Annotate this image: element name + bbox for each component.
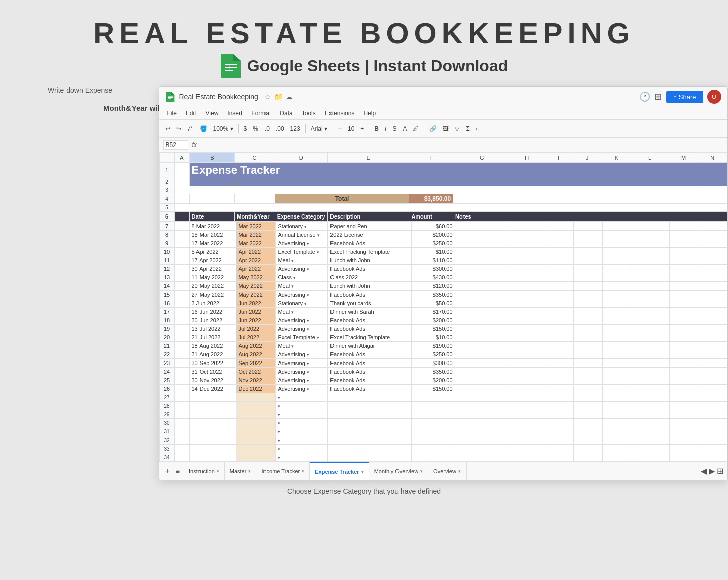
formula-input[interactable]	[201, 141, 723, 149]
date-cell[interactable]: 16 Jun 2022	[189, 308, 236, 316]
amount-cell[interactable]: $120.00	[412, 282, 455, 291]
monthyear-cell[interactable]: May 2022	[236, 273, 276, 282]
menu-format[interactable]: Format	[247, 109, 275, 118]
date-cell[interactable]: 30 Sep 2022	[189, 359, 236, 368]
category-cell[interactable]: Meal ▾	[276, 308, 328, 316]
col-G[interactable]: G	[453, 153, 510, 163]
category-cell[interactable]: Advertising ▾	[276, 239, 328, 248]
menu-help[interactable]: Help	[359, 109, 380, 118]
date-cell[interactable]: 30 Apr 2022	[189, 265, 236, 273]
date-cell[interactable]: 30 Nov 2022	[189, 376, 236, 385]
share-button[interactable]: ↑ Share	[666, 91, 703, 103]
cell-reference[interactable]: B52	[163, 140, 188, 150]
date-cell[interactable]: 5 Apr 2022	[189, 248, 236, 256]
date-cell[interactable]: 21 Jul 2022	[189, 333, 236, 342]
tab-scroll-left[interactable]: ◀	[701, 466, 707, 476]
dollar-btn[interactable]: $	[242, 124, 249, 133]
tab-scroll-right[interactable]: ▶	[709, 466, 715, 476]
folder-icon[interactable]: 📁	[274, 93, 283, 101]
cloud-icon[interactable]: ☁	[286, 93, 293, 101]
monthyear-cell[interactable]: Jun 2022	[236, 308, 276, 316]
date-cell[interactable]: 17 Mar 2022	[189, 239, 236, 248]
format123-btn[interactable]: 123	[288, 124, 302, 133]
col-E[interactable]: E	[327, 153, 409, 163]
category-cell[interactable]: Advertising ▾	[276, 316, 328, 325]
menu-edit[interactable]: Edit	[182, 109, 201, 118]
date-cell[interactable]: 13 Jul 2022	[189, 325, 236, 333]
description-cell[interactable]: Dinner with Sarah	[328, 308, 412, 316]
notes-cell[interactable]	[455, 273, 511, 282]
description-cell[interactable]: Facebook Ads	[328, 291, 412, 299]
category-cell[interactable]: Advertising ▾	[276, 265, 328, 273]
chevron-right-btn[interactable]: ›	[474, 124, 480, 133]
date-cell[interactable]: 15 Mar 2022	[189, 231, 236, 239]
history-icon[interactable]: 🕐	[639, 91, 650, 102]
add-sheet-btn[interactable]: +	[163, 467, 172, 476]
monthyear-cell[interactable]: Jun 2022	[236, 299, 276, 308]
notes-cell[interactable]	[455, 291, 511, 299]
date-cell[interactable]: 14 Dec 2022	[189, 385, 236, 393]
notes-cell[interactable]	[455, 385, 511, 393]
description-cell[interactable]: Paper and Pen	[328, 222, 412, 231]
category-cell[interactable]: Advertising ▾	[276, 359, 328, 368]
description-cell[interactable]: Lunch with John	[328, 256, 412, 265]
amount-cell[interactable]: $200.00	[412, 376, 455, 385]
monthyear-cell[interactable]: Oct 2022	[236, 368, 276, 376]
notes-cell[interactable]	[455, 231, 511, 239]
undo-btn[interactable]: ↩	[163, 124, 172, 133]
date-cell[interactable]: 11 May 2022	[189, 273, 236, 282]
monthyear-cell[interactable]: Jul 2022	[236, 333, 276, 342]
category-cell[interactable]: Excel Template ▾	[276, 248, 328, 256]
grid-icon[interactable]: ⊞	[654, 91, 662, 102]
monthyear-cell[interactable]: Aug 2022	[236, 342, 276, 350]
category-cell[interactable]: Stationary ▾	[276, 222, 328, 231]
menu-extensions[interactable]: Extensions	[321, 109, 359, 118]
notes-cell[interactable]	[455, 376, 511, 385]
monthyear-cell[interactable]: Apr 2022	[236, 248, 276, 256]
notes-cell[interactable]	[455, 239, 511, 248]
decimal-btn[interactable]: .0	[262, 124, 272, 133]
monthyear-cell[interactable]: Dec 2022	[236, 385, 276, 393]
amount-cell[interactable]: $110.00	[412, 256, 455, 265]
date-cell[interactable]: 18 Aug 2022	[189, 342, 236, 350]
amount-cell[interactable]: $10.00	[412, 333, 455, 342]
description-cell[interactable]: Facebook Ads	[328, 368, 412, 376]
notes-cell[interactable]	[455, 325, 511, 333]
description-cell[interactable]: Facebook Ads	[328, 316, 412, 325]
notes-cell[interactable]	[455, 333, 511, 342]
col-M[interactable]: M	[669, 153, 698, 163]
category-cell[interactable]: Advertising ▾	[276, 385, 328, 393]
col-F[interactable]: F	[409, 153, 453, 163]
fontsize-select[interactable]: 10	[346, 124, 356, 133]
notes-cell[interactable]	[455, 350, 511, 359]
amount-cell[interactable]: $60.00	[412, 222, 455, 231]
italic-btn[interactable]: I	[383, 124, 388, 133]
amount-cell[interactable]: $430.00	[412, 273, 455, 282]
menu-data[interactable]: Data	[276, 109, 296, 118]
amount-cell[interactable]: $350.00	[412, 291, 455, 299]
category-cell[interactable]: Meal ▾	[276, 342, 328, 350]
category-cell[interactable]: Advertising ▾	[276, 368, 328, 376]
monthyear-cell[interactable]: Jul 2022	[236, 325, 276, 333]
monthyear-cell[interactable]: Mar 2022	[236, 222, 276, 231]
amount-cell[interactable]: $170.00	[412, 308, 455, 316]
notes-cell[interactable]	[455, 265, 511, 273]
monthyear-cell[interactable]: May 2022	[236, 282, 276, 291]
category-cell[interactable]: Advertising ▾	[276, 291, 328, 299]
image-btn[interactable]: 🖼	[441, 124, 451, 133]
amount-cell[interactable]: $250.00	[412, 350, 455, 359]
minus-btn[interactable]: −	[336, 124, 344, 133]
amount-cell[interactable]: $300.00	[412, 359, 455, 368]
amount-cell[interactable]: $10.00	[412, 248, 455, 256]
notes-cell[interactable]	[455, 342, 511, 350]
description-cell[interactable]: Dinner with Abigail	[328, 342, 412, 350]
menu-view[interactable]: View	[202, 109, 223, 118]
category-cell[interactable]: Meal ▾	[276, 282, 328, 291]
monthyear-cell[interactable]: Sep 2022	[236, 359, 276, 368]
amount-cell[interactable]: $350.00	[412, 368, 455, 376]
notes-cell[interactable]	[455, 299, 511, 308]
tab-expense-tracker[interactable]: Expense Tracker ▾	[310, 462, 369, 480]
monthyear-cell[interactable]: Nov 2022	[236, 376, 276, 385]
col-C[interactable]: C	[235, 153, 275, 163]
date-cell[interactable]: 17 Apr 2022	[189, 256, 236, 265]
